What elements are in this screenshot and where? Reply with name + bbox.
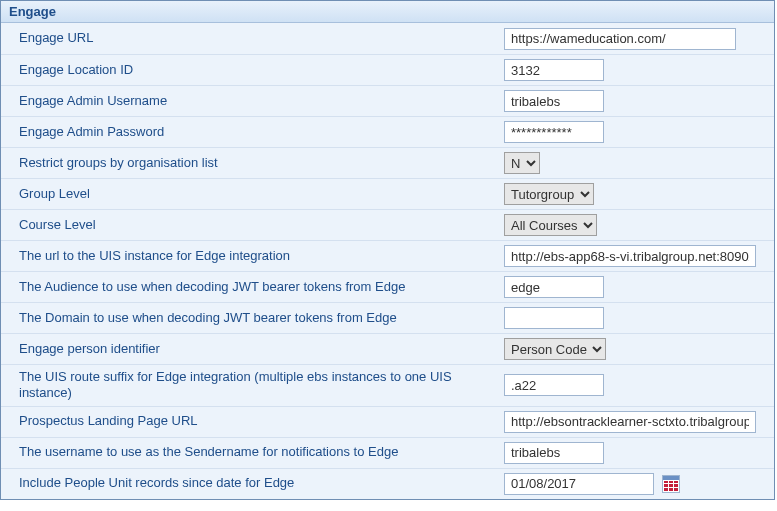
select-restrict-groups[interactable]: N <box>504 152 540 174</box>
label-prospectus-url: Prospectus Landing Page URL <box>19 413 504 429</box>
row-sender-username: The username to use as the Sendername fo… <box>1 437 774 468</box>
label-sender-username: The username to use as the Sendername fo… <box>19 444 504 460</box>
engage-settings-panel: Engage Engage URL Engage Location ID Eng… <box>0 0 775 500</box>
label-course-level: Course Level <box>19 217 504 233</box>
input-location-id[interactable] <box>504 59 604 81</box>
label-admin-password: Engage Admin Password <box>19 124 504 140</box>
row-person-identifier: Engage person identifier Person Code <box>1 333 774 364</box>
label-group-level: Group Level <box>19 186 504 202</box>
row-prospectus-url: Prospectus Landing Page URL <box>1 406 774 437</box>
calendar-icon[interactable] <box>662 475 680 493</box>
input-uis-suffix[interactable] <box>504 374 604 396</box>
row-course-level: Course Level All Courses <box>1 209 774 240</box>
select-group-level[interactable]: Tutorgroup <box>504 183 594 205</box>
label-admin-username: Engage Admin Username <box>19 93 504 109</box>
row-location-id: Engage Location ID <box>1 54 774 85</box>
row-admin-username: Engage Admin Username <box>1 85 774 116</box>
label-engage-url: Engage URL <box>19 30 504 46</box>
label-uis-suffix: The UIS route suffix for Edge integratio… <box>19 369 504 402</box>
label-people-unit-date: Include People Unit records since date f… <box>19 475 504 491</box>
input-people-unit-date[interactable] <box>504 473 654 495</box>
label-person-identifier: Engage person identifier <box>19 341 504 357</box>
row-people-unit-date: Include People Unit records since date f… <box>1 468 774 499</box>
label-restrict-groups: Restrict groups by organisation list <box>19 155 504 171</box>
label-jwt-domain: The Domain to use when decoding JWT bear… <box>19 310 504 326</box>
input-uis-url[interactable] <box>504 245 756 267</box>
row-jwt-audience: The Audience to use when decoding JWT be… <box>1 271 774 302</box>
row-engage-url: Engage URL <box>1 23 774 54</box>
input-engage-url[interactable] <box>504 28 736 50</box>
select-course-level[interactable]: All Courses <box>504 214 597 236</box>
row-group-level: Group Level Tutorgroup <box>1 178 774 209</box>
input-admin-username[interactable] <box>504 90 604 112</box>
select-person-identifier[interactable]: Person Code <box>504 338 606 360</box>
input-jwt-audience[interactable] <box>504 276 604 298</box>
panel-body: Engage URL Engage Location ID Engage Adm… <box>1 23 774 499</box>
input-jwt-domain[interactable] <box>504 307 604 329</box>
row-admin-password: Engage Admin Password <box>1 116 774 147</box>
row-uis-url: The url to the UIS instance for Edge int… <box>1 240 774 271</box>
row-jwt-domain: The Domain to use when decoding JWT bear… <box>1 302 774 333</box>
row-restrict-groups: Restrict groups by organisation list N <box>1 147 774 178</box>
input-prospectus-url[interactable] <box>504 411 756 433</box>
panel-title: Engage <box>1 1 774 23</box>
label-uis-url: The url to the UIS instance for Edge int… <box>19 248 504 264</box>
label-jwt-audience: The Audience to use when decoding JWT be… <box>19 279 504 295</box>
row-uis-suffix: The UIS route suffix for Edge integratio… <box>1 364 774 406</box>
input-admin-password[interactable] <box>504 121 604 143</box>
label-location-id: Engage Location ID <box>19 62 504 78</box>
input-sender-username[interactable] <box>504 442 604 464</box>
